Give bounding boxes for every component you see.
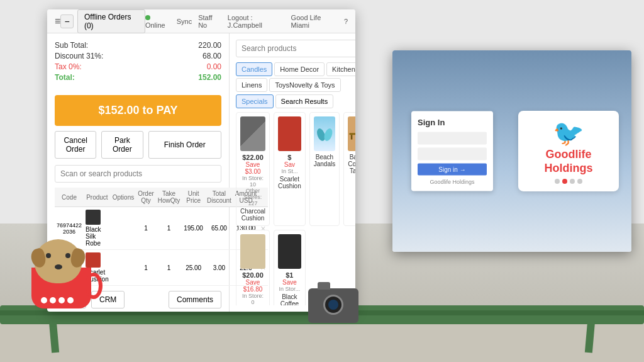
offline-orders-button[interactable]: Offline Orders (0) xyxy=(77,9,145,33)
total-value: 152.00 xyxy=(198,73,221,82)
comments-button[interactable]: Comments xyxy=(169,291,221,308)
carousel-dot-2[interactable] xyxy=(562,179,567,184)
black-coffee-name: Black Coffee xyxy=(278,293,301,305)
tab-candles[interactable]: Candles xyxy=(236,62,272,76)
tab-kitchen[interactable]: Kitchen xyxy=(326,62,355,76)
hamburger-icon[interactable]: ≡ xyxy=(55,16,60,27)
subtotal-value: 220.00 xyxy=(198,41,221,50)
tab-linens[interactable]: Linens xyxy=(236,78,267,92)
row2-options xyxy=(111,250,136,286)
subtotal-label: Sub Total: xyxy=(55,41,88,50)
goodlife-background: Sign In Sign in → Goodlife Holdings 🐦 Go… xyxy=(392,50,631,252)
product-card-linen-pillow[interactable]: $20.00 Save $16.80 In Store: 0 Other Sto… xyxy=(236,230,270,305)
product-img-linen xyxy=(240,234,265,269)
help-button[interactable]: ? xyxy=(344,18,348,25)
product-search-input[interactable] xyxy=(236,40,355,57)
charcoal-name: Charcoal Cushion xyxy=(240,208,265,222)
col-code: Code xyxy=(55,188,84,207)
black-coffee-stock: In Stor... xyxy=(278,286,301,292)
row1-take-qty: 1 xyxy=(156,207,182,250)
goodlife-logo-text: Goodlife Holdings xyxy=(526,148,611,175)
svg-rect-2 xyxy=(350,133,355,135)
staff-no-label: Staff No xyxy=(198,14,221,29)
cup-dots xyxy=(41,297,79,303)
col-options: Options xyxy=(111,188,136,207)
total-label: Total: xyxy=(55,73,75,82)
coffee-table-name: Basic Coffee Table xyxy=(348,154,355,174)
carousel-dot-3[interactable] xyxy=(570,179,575,184)
linen-save: Save $16.80 xyxy=(240,279,265,293)
logout-button[interactable]: Logout : J.Campbell xyxy=(228,14,285,29)
right-panel: Candles Home Decor Kitchen Linens ToysNo… xyxy=(230,33,355,312)
product-img-scarlet xyxy=(278,116,301,151)
dog-ear-right xyxy=(69,247,87,269)
scan-search-input[interactable] xyxy=(55,165,221,183)
goodlife-logo: 🐦 Goodlife Holdings xyxy=(518,111,619,191)
carousel-dot-4[interactable] xyxy=(577,179,582,184)
jandals-svg xyxy=(314,116,335,151)
camera-top xyxy=(318,282,330,290)
product-img-charcoal xyxy=(240,116,265,151)
online-indicator: Online xyxy=(145,14,170,29)
discount-label: Discount 31%: xyxy=(55,52,103,60)
floor xyxy=(0,321,644,362)
products-grid: $22.00 Save $3.00 In Store: 10 Other Sto… xyxy=(236,112,355,305)
tab-toys[interactable]: ToysNovelty & Toys xyxy=(269,78,340,92)
order-actions: Cancel Order Park Order Finish Order xyxy=(55,131,221,159)
cancel-order-button[interactable]: Cancel Order xyxy=(55,131,96,159)
sync-button[interactable]: Sync xyxy=(177,18,192,25)
row2-unit-price: 25.00 xyxy=(182,250,205,286)
signin-title: Sign In xyxy=(418,118,487,127)
product-img-black-coffee xyxy=(278,234,301,269)
subtotal-row: Sub Total: 220.00 xyxy=(55,41,221,50)
row1-unit-price: 195.00 xyxy=(182,207,205,250)
pay-button[interactable]: $152.00 to PAY xyxy=(55,95,221,126)
finish-order-button[interactable]: Finish Order xyxy=(148,131,222,159)
coffee-table-svg xyxy=(348,116,355,151)
col-order-qty: Order Qty xyxy=(136,188,156,207)
dog-head xyxy=(35,239,82,283)
camera-decoration xyxy=(308,288,358,323)
scarlet-stock: In St... xyxy=(278,168,301,174)
jandals-name: Beach Jandals xyxy=(314,154,335,167)
category-tabs: Candles Home Decor Kitchen Linens ToysNo… xyxy=(236,62,355,92)
dog-nose xyxy=(55,264,62,269)
dog-eye-right xyxy=(65,253,70,258)
signin-button[interactable]: Sign in → xyxy=(418,164,487,176)
signin-password-field[interactable] xyxy=(418,148,487,161)
goodlife-bird-icon: 🐦 xyxy=(526,118,611,148)
row1-order-qty: 1 xyxy=(136,207,156,250)
svg-rect-3 xyxy=(351,135,352,139)
minus-button[interactable]: − xyxy=(60,14,74,28)
charcoal-price: $22.00 xyxy=(240,154,265,161)
linen-stock: In Store: 0 xyxy=(240,293,265,305)
product-card-scarlet-cushion[interactable]: $ Sav In St... Scarlet Cushion xyxy=(274,112,306,226)
product-card-coffee-table[interactable]: Basic Coffee Table xyxy=(343,112,355,226)
tab-home-decor[interactable]: Home Decor xyxy=(274,62,325,76)
black-coffee-price: $1 xyxy=(278,271,301,279)
charcoal-other-stores: Other Stores: 127 xyxy=(240,188,265,206)
carousel-dot-1[interactable] xyxy=(555,179,560,184)
product-card-charcoal-cushion[interactable]: $22.00 Save $3.00 In Store: 10 Other Sto… xyxy=(236,112,270,226)
sub-tab-specials[interactable]: Specials xyxy=(236,94,274,108)
park-order-button[interactable]: Park Order xyxy=(101,131,143,159)
sub-tab-search-results[interactable]: Search Results xyxy=(275,94,334,108)
product-card-beach-jandals[interactable]: Beach Jandals xyxy=(309,112,340,226)
discount-row: Discount 31%: 68.00 xyxy=(55,52,221,60)
product-card-black-coffee[interactable]: $1 Save In Stor... Black Coffee xyxy=(274,230,306,305)
camera-lens xyxy=(323,295,343,315)
col-take-qty: Take HowQty xyxy=(156,188,182,207)
tax-row: Tax 0%: 0.00 xyxy=(55,62,221,71)
scarlet-price: $ xyxy=(278,154,301,161)
row1-options xyxy=(111,207,136,250)
product-img-jandals xyxy=(314,116,335,151)
linen-price: $20.00 xyxy=(240,271,265,279)
order-summary: Sub Total: 220.00 Discount 31%: 68.00 Ta… xyxy=(55,41,221,84)
col-unit-price: Unit Price xyxy=(182,188,205,207)
goodlife-window: Sign In Sign in → Goodlife Holdings 🐦 Go… xyxy=(392,50,631,252)
header-center: − Offline Orders (0) xyxy=(60,9,145,33)
header-right: Online Sync Staff No Logout : J.Campbell… xyxy=(145,14,348,29)
dog-eye-left xyxy=(46,253,51,258)
charcoal-save: Save $3.00 xyxy=(240,161,265,175)
signin-username-field[interactable] xyxy=(418,132,487,145)
